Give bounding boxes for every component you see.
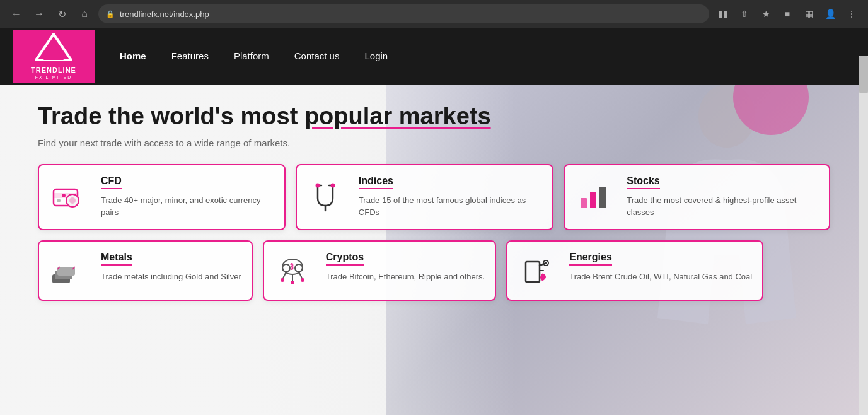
indices-icon-area	[297, 165, 354, 229]
cfd-card-content: CFD Trade 40+ major, minor, and exotic c…	[96, 165, 284, 229]
svg-rect-17	[599, 187, 606, 208]
svg-rect-16	[590, 192, 596, 208]
indices-card-group: Indices Trade 15 of the most famous glob…	[296, 164, 553, 230]
stocks-icon-area	[565, 165, 622, 229]
svg-point-8	[62, 194, 66, 197]
metals-title: Metals	[101, 252, 132, 266]
energies-icon	[518, 253, 553, 288]
stocks-card-group: Stocks Trade the most covered & highest-…	[564, 164, 830, 230]
svg-rect-33	[526, 262, 540, 282]
hero-subtitle: Find your next trade with access to a wi…	[38, 137, 830, 148]
metals-card-content: Metals Trade metals including Gold and S…	[96, 242, 252, 300]
energies-desc: Trade Brent Crude Oil, WTI, Natural Gas …	[569, 271, 752, 283]
logo-container: TRENDLINE FX LIMITED	[13, 30, 95, 83]
svg-rect-15	[581, 198, 587, 208]
hero-section: Trade the world's most popular markets F…	[38, 102, 830, 148]
energies-card-group: Energies Trade Brent Crude Oil, WTI, Nat…	[506, 240, 763, 301]
svg-point-14	[330, 184, 335, 188]
content-wrapper: Trade the world's most popular markets F…	[0, 85, 868, 301]
logo-box: TRENDLINE FX LIMITED	[13, 30, 95, 83]
navbar: TRENDLINE FX LIMITED Home Features Platf…	[0, 28, 868, 85]
stocks-title: Stocks	[627, 175, 659, 189]
energies-icon-area	[507, 242, 564, 300]
lock-icon: 🔒	[106, 10, 115, 18]
nav-links: Home Features Platform Contact us Login	[120, 50, 388, 62]
profile-button[interactable]: 👤	[821, 5, 839, 23]
extensions-button[interactable]: ■	[778, 5, 796, 23]
scrollbar[interactable]	[859, 56, 868, 415]
svg-point-31	[291, 281, 294, 284]
nav-features[interactable]: Features	[171, 50, 209, 61]
svg-point-7	[69, 197, 76, 204]
stocks-desc: Trade the most covered & highest-profile…	[627, 194, 819, 219]
svg-point-32	[301, 278, 304, 282]
page-wrapper: TRENDLINE FX LIMITED Home Features Platf…	[0, 28, 868, 415]
cards-row-2: Metals Trade metals including Gold and S…	[38, 240, 830, 301]
stocks-card-content: Stocks Trade the most covered & highest-…	[622, 165, 829, 229]
metals-desc: Trade metals including Gold and Silver	[101, 271, 241, 283]
nav-contact[interactable]: Contact us	[294, 50, 340, 61]
logo-sub-text: FX LIMITED	[35, 75, 72, 79]
menu-button[interactable]: ⋮	[843, 5, 860, 23]
home-button[interactable]: ⌂	[76, 5, 93, 23]
metals-card-group: Metals Trade metals including Gold and S…	[38, 240, 253, 301]
hero-title-part1: Trade the world's most	[38, 103, 304, 129]
indices-title: Indices	[359, 175, 393, 189]
scrollbar-thumb[interactable]	[859, 56, 868, 93]
energies-card-content: Energies Trade Brent Crude Oil, WTI, Nat…	[564, 242, 762, 300]
cfd-title: CFD	[101, 175, 122, 189]
cfd-icon-area	[39, 165, 96, 229]
cryptos-icon: ₿	[275, 253, 310, 288]
forward-button[interactable]: →	[30, 5, 48, 23]
nav-platform[interactable]: Platform	[234, 50, 269, 61]
indices-desc: Trade 15 of the most famous global indic…	[359, 194, 542, 219]
address-bar[interactable]: 🔒 trendlinefx.net/index.php	[98, 4, 709, 23]
cryptos-icon-area: ₿	[264, 242, 321, 300]
logo-icon	[35, 33, 72, 61]
indices-card-content: Indices Trade 15 of the most famous glob…	[354, 165, 552, 229]
cfd-card-group: CFD Trade 40+ major, minor, and exotic c…	[38, 164, 286, 230]
cryptos-card-content: Cryptos Trade Bitcoin, Ethereum, Ripple …	[321, 242, 495, 300]
cryptos-title: Cryptos	[326, 252, 364, 266]
cfd-desc: Trade 40+ major, minor, and exotic curre…	[101, 194, 274, 219]
metals-icon-area	[39, 242, 96, 300]
screenshot-button[interactable]: ▮▮	[714, 5, 732, 23]
browser-chrome: ← → ↻ ⌂ 🔒 trendlinefx.net/index.php ▮▮ ⇧…	[0, 0, 868, 28]
nav-home[interactable]: Home	[120, 50, 146, 61]
svg-point-13	[315, 184, 320, 188]
svg-text:₿: ₿	[290, 263, 294, 271]
hero-title: Trade the world's most popular markets	[38, 102, 830, 131]
metals-icon	[50, 253, 85, 288]
nav-login[interactable]: Login	[364, 50, 388, 61]
reload-button[interactable]: ↻	[53, 5, 71, 23]
svg-point-24	[282, 264, 290, 272]
logo-main-text: TRENDLINE	[31, 66, 76, 74]
indices-icon	[308, 179, 343, 214]
stocks-icon	[576, 179, 611, 214]
energies-title: Energies	[569, 252, 612, 266]
cards-row-1: CFD Trade 40+ major, minor, and exotic c…	[38, 164, 830, 230]
svg-point-30	[281, 278, 284, 282]
cfd-icon	[50, 179, 85, 214]
url-text: trendlinefx.net/index.php	[120, 9, 209, 19]
back-button[interactable]: ←	[8, 5, 25, 23]
share-button[interactable]: ⇧	[736, 5, 753, 23]
bookmark-button[interactable]: ★	[757, 5, 775, 23]
svg-rect-20	[57, 267, 75, 276]
cryptos-desc: Trade Bitcoin, Ethereum, Ripple and othe…	[326, 271, 485, 283]
browser-actions: ▮▮ ⇧ ★ ■ ▦ 👤 ⋮	[714, 5, 860, 23]
svg-point-9	[57, 199, 61, 202]
svg-point-25	[295, 264, 303, 272]
tab-button[interactable]: ▦	[800, 5, 818, 23]
hero-title-highlight: popular markets	[304, 103, 491, 129]
cryptos-card-group: ₿ Cryptos Trade Bitcoin, Ethereum, Rippl…	[263, 240, 496, 301]
